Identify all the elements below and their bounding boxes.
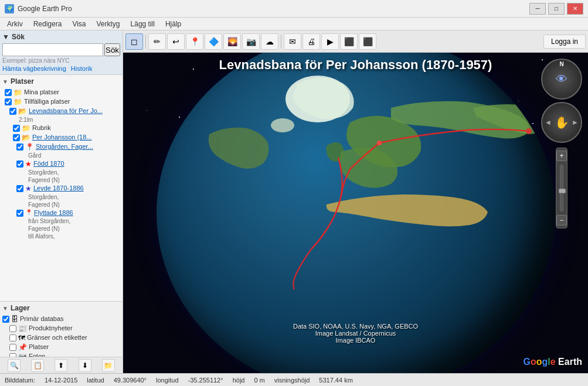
- search-section: ▼ Sök Sök Exempel: pizza nära NYC Hämta …: [0, 30, 123, 75]
- toolbar-image-button[interactable]: 🌄: [223, 33, 241, 50]
- lat-value: 49.309640°: [114, 377, 147, 384]
- levde-label[interactable]: Levde 1870-1886: [33, 185, 84, 192]
- path-icon: 📍: [25, 209, 32, 216]
- status-bar: Bilddatum: 14-12-2015 latitud 49.309640°…: [0, 373, 588, 386]
- primary-db-checkbox[interactable]: [2, 316, 9, 323]
- credits-line1: Data SIO, NOAA, U.S. Navy, NGA, GEBCO: [293, 323, 418, 330]
- products-label: Produktnyheter: [29, 324, 73, 332]
- directions-link[interactable]: Hämta vägbeskrivning: [2, 65, 66, 72]
- borders-icon: 🗺: [18, 334, 25, 342]
- levde-sub1: Storgården,: [2, 193, 120, 201]
- search-label: Sök: [12, 33, 25, 41]
- window-controls[interactable]: ─ □ ✕: [529, 3, 583, 15]
- my-places-label[interactable]: Mina platser: [24, 88, 59, 95]
- folder-button[interactable]: 📁: [102, 359, 115, 372]
- places-label: Platser: [11, 77, 34, 86]
- navigation-compass[interactable]: N 👁 ◄ ✋ ► + −: [541, 59, 582, 228]
- toolbar-cloud-button[interactable]: ☁: [261, 33, 278, 50]
- map-title: Levnadsbana för Per Johansson (1870-1957…: [219, 57, 492, 73]
- pin-icon: 📍: [25, 143, 34, 151]
- list-item: 📰 Produktnyheter: [2, 324, 120, 333]
- fod-checkbox[interactable]: [16, 160, 23, 168]
- close-button[interactable]: ✕: [567, 3, 583, 15]
- login-button[interactable]: Logga in: [543, 35, 586, 49]
- toolbar-nav-button[interactable]: ◻: [125, 33, 143, 50]
- search-button[interactable]: Sök: [104, 43, 120, 56]
- tilt-right-icon[interactable]: ►: [572, 118, 579, 127]
- credits-line3: Image IBCAO: [293, 337, 418, 344]
- levnadsbana-label[interactable]: Levnadsbana för Per Jo...: [29, 107, 103, 114]
- my-places-checkbox[interactable]: [5, 89, 12, 96]
- logo-g: G: [523, 357, 530, 367]
- move-down-button[interactable]: ⬇: [79, 359, 91, 372]
- tilt-left-icon[interactable]: ◄: [545, 118, 552, 127]
- zoom-handle[interactable]: [559, 189, 566, 193]
- storgarden-label[interactable]: Storgården, Fager...: [36, 143, 93, 150]
- history-link[interactable]: Historik: [71, 65, 93, 72]
- primary-db-icon: 🗄: [11, 315, 18, 323]
- lon-label: longitud: [156, 377, 179, 384]
- compass-ring[interactable]: N 👁: [541, 59, 582, 100]
- search-triangle-icon: ▼: [2, 33, 9, 41]
- toolbar-camera-button[interactable]: 📷: [242, 33, 260, 50]
- toolbar-btn1[interactable]: ⬛: [340, 33, 358, 50]
- folder-open-icon: 📂: [22, 134, 30, 142]
- search-input[interactable]: [2, 43, 103, 56]
- places-header[interactable]: ▼ Platser: [2, 77, 120, 86]
- toolbar-print-button[interactable]: 🖨: [303, 33, 320, 50]
- search-places-button[interactable]: 🔍: [8, 359, 21, 372]
- main-toolbar: ◻ ✏ ↩ 📍 🔷 🌄 📷 ☁ ✉ 🖨 ▶ ⬛ ⬛ Logga in: [123, 30, 588, 53]
- toolbar-play-button[interactable]: ▶: [321, 33, 339, 50]
- per-folder-checkbox[interactable]: [13, 134, 20, 141]
- menu-redigera[interactable]: Redigera: [29, 19, 67, 29]
- layers-header[interactable]: ▼ Lager: [2, 304, 120, 312]
- products-checkbox[interactable]: [9, 325, 16, 332]
- folder-icon: 📁: [13, 88, 22, 97]
- levde-checkbox[interactable]: [16, 185, 23, 192]
- menu-arkiv[interactable]: Arkiv: [2, 19, 28, 29]
- toolbar-pin-button[interactable]: 📍: [186, 33, 203, 50]
- logo-g2: g: [542, 357, 548, 367]
- tilt-control[interactable]: ◄ ✋ ►: [541, 102, 582, 143]
- toolbar-sep1: [145, 35, 146, 49]
- menu-visa[interactable]: Visa: [67, 19, 90, 29]
- borders-checkbox[interactable]: [9, 334, 16, 341]
- levde-sub2: Fagered (N): [2, 201, 120, 209]
- clipboard-button[interactable]: 📋: [31, 359, 44, 372]
- fod-sub1: Storgården,: [2, 169, 120, 176]
- minimize-button[interactable]: ─: [529, 3, 546, 15]
- app-icon: 🌍: [5, 4, 14, 13]
- toolbar-polygon-button[interactable]: 🔷: [205, 33, 222, 50]
- temp-places-label[interactable]: Tillfälliga platser: [24, 98, 70, 105]
- fod-label[interactable]: Född 1870: [33, 160, 64, 167]
- toolbar-undo-button[interactable]: ↩: [167, 33, 185, 50]
- platser-label: Platser: [29, 343, 49, 350]
- rubrik-checkbox[interactable]: [13, 125, 20, 132]
- zoom-slider[interactable]: [560, 165, 563, 211]
- zoom-control[interactable]: + −: [556, 148, 567, 228]
- temp-places-checkbox[interactable]: [5, 98, 12, 105]
- list-item: ★ Levde 1870-1886: [2, 184, 120, 193]
- menu-hjalp[interactable]: Hjälp: [161, 19, 186, 29]
- title-bar: 🌍 Google Earth Pro ─ □ ✕: [0, 0, 588, 18]
- zoom-in-button[interactable]: +: [556, 151, 567, 161]
- hand-icon: ✋: [555, 115, 569, 129]
- maximize-button[interactable]: □: [548, 3, 565, 15]
- storgarden-checkbox[interactable]: [16, 144, 23, 151]
- rubrik-label[interactable]: Rubrik: [32, 124, 51, 131]
- flyttade-checkbox[interactable]: [16, 210, 23, 217]
- list-item: 📁 Mina platser: [2, 88, 120, 97]
- platser-checkbox[interactable]: [9, 344, 16, 351]
- toolbar-email-button[interactable]: ✉: [284, 33, 301, 50]
- zoom-out-button[interactable]: −: [556, 215, 567, 226]
- menu-verktyg[interactable]: Verktyg: [92, 19, 125, 29]
- menu-lagg-till[interactable]: Lägg till: [126, 19, 159, 29]
- toolbar-btn2[interactable]: ⬛: [359, 33, 376, 50]
- move-up-button[interactable]: ⬆: [55, 359, 67, 372]
- flyttade-label[interactable]: Flyttade 1886: [34, 209, 73, 216]
- toolbar-draw-button[interactable]: ✏: [148, 33, 166, 50]
- star-blue-icon: ★: [25, 185, 32, 193]
- per-folder-label[interactable]: Per Johansson (18...: [32, 134, 92, 141]
- levnadsbana-checkbox[interactable]: [9, 108, 16, 115]
- map-area[interactable]: Levnadsbana för Per Johansson (1870-1957…: [123, 53, 588, 373]
